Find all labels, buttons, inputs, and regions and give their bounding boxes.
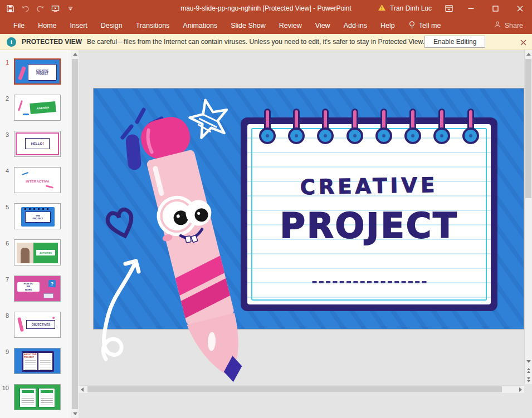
doodle: [23, 114, 29, 115]
slide-thumbnail-8[interactable]: 8 OBJECTIVES: [0, 312, 71, 338]
slide-thumbnail-7[interactable]: 7 HOW DO WE WORK ?: [0, 276, 71, 302]
slide-thumbnail-2[interactable]: 2 AGENDA: [0, 95, 71, 121]
slide-thumbnail-4[interactable]: 4 INTERACTIVA: [0, 167, 71, 193]
notepad-paper: CREATIVE PROJECT: [247, 124, 491, 304]
scroll-up-icon[interactable]: [71, 50, 79, 58]
slide-thumbnail-10[interactable]: 10: [0, 384, 71, 410]
maximize-button[interactable]: [483, 0, 507, 17]
slide-title-line2: PROJECT: [247, 205, 491, 246]
slide-4-preview[interactable]: INTERACTIVA: [14, 167, 61, 193]
share-button[interactable]: Share: [494, 21, 523, 30]
slide-8-preview[interactable]: OBJECTIVES: [14, 312, 61, 338]
scroll-up-icon[interactable]: [525, 50, 532, 58]
mini-title-wrap: HELLO !: [31, 141, 43, 145]
spiral-ring: [288, 109, 305, 145]
slide-number: 4: [0, 167, 9, 193]
mini-rings: [25, 208, 51, 210]
doodle: [22, 172, 28, 175]
mini-title: OBJECTIVES: [31, 323, 50, 326]
tab-add-ins[interactable]: Add-ins: [337, 17, 374, 34]
enable-editing-button[interactable]: Enable Editing: [424, 36, 485, 48]
mini-exclamation: !: [42, 141, 43, 145]
slide-10-preview[interactable]: [14, 384, 61, 410]
slide-2-preview[interactable]: AGENDA: [14, 95, 61, 121]
mini-title: CREATIVE PROJECT: [36, 69, 50, 75]
mini-open-book: ABOUT THE PROJECT: [22, 351, 54, 372]
next-slide-button[interactable]: [525, 376, 532, 384]
tab-animations[interactable]: Animations: [176, 17, 224, 34]
slide-5-preview[interactable]: THE PROJECT: [14, 203, 61, 229]
tell-me-box[interactable]: Tell me: [402, 17, 448, 34]
banner-close-icon[interactable]: [519, 38, 528, 47]
ribbon-display-options-icon[interactable]: [440, 0, 458, 17]
close-button[interactable]: [507, 0, 532, 17]
scroll-down-icon[interactable]: [71, 410, 79, 418]
warning-icon: [378, 4, 386, 13]
tab-review[interactable]: Review: [272, 17, 309, 34]
previous-slide-button[interactable]: [525, 366, 532, 375]
slide-thumbnail-9[interactable]: 9 ABOUT THE PROJECT: [0, 348, 71, 374]
title-bar: mau-9-slide-pp-ngo-nghinh [Protected Vie…: [0, 0, 532, 17]
scrollbar-thumb[interactable]: [72, 59, 78, 409]
tab-home[interactable]: Home: [31, 17, 63, 34]
slide-number: 6: [0, 239, 9, 265]
mini-title-wrap: INTERACTIVA: [14, 178, 60, 184]
thumbnail-scrollbar[interactable]: [71, 50, 79, 418]
tab-design[interactable]: Design: [94, 17, 129, 34]
protected-view-banner: i PROTECTED VIEW Be careful—files from t…: [0, 34, 532, 50]
protected-view-label: PROTECTED VIEW: [22, 38, 82, 46]
slide-thumbnail-5[interactable]: 5 THE PROJECT: [0, 203, 71, 229]
slide-thumbnail-1[interactable]: 1 CREATIVE PROJECT: [0, 58, 71, 85]
scrollbar-thumb[interactable]: [525, 59, 531, 198]
redo-icon[interactable]: [36, 4, 45, 13]
slide-editor[interactable]: CREATIVE PROJECT: [94, 88, 524, 329]
tab-help[interactable]: Help: [374, 17, 402, 34]
spiral-ring: [404, 109, 421, 145]
slide-number: 8: [0, 312, 9, 338]
scroll-down-icon[interactable]: [525, 357, 532, 366]
spiral-ring: [462, 109, 479, 145]
powerpoint-window: mau-9-slide-pp-ngo-nghinh [Protected Vie…: [0, 0, 532, 418]
slide-1-preview[interactable]: CREATIVE PROJECT: [14, 58, 61, 85]
workspace: 1 CREATIVE PROJECT 2 AGENDA 3: [0, 50, 532, 418]
tab-slide-show[interactable]: Slide Show: [224, 17, 272, 34]
mini-title-card: THE PROJECT: [25, 212, 51, 223]
info-icon: i: [7, 37, 16, 47]
tab-transitions[interactable]: Transitions: [129, 17, 177, 34]
slide-thumbnail-3[interactable]: 3 HELLO !: [0, 131, 71, 157]
slide-6-preview[interactable]: ACTIVITIES: [14, 239, 61, 265]
slide-7-preview[interactable]: HOW DO WE WORK ?: [14, 276, 61, 302]
horizontal-scrollbar[interactable]: [79, 385, 524, 393]
start-slideshow-icon[interactable]: [51, 4, 60, 13]
minimize-button[interactable]: [458, 0, 483, 17]
tab-file[interactable]: File: [7, 17, 31, 34]
mini-page: ABOUT THE PROJECT: [23, 353, 37, 370]
tab-view[interactable]: View: [309, 17, 337, 34]
lightbulb-icon: [408, 21, 416, 31]
vertical-scrollbar[interactable]: [524, 50, 532, 384]
notepad-graphic: CREATIVE PROJECT: [241, 117, 497, 311]
spiral-ring: [346, 109, 363, 145]
customize-qat-icon[interactable]: [66, 4, 75, 13]
ring-hole: [346, 127, 363, 144]
mini-title: AGENDA: [36, 106, 50, 110]
slide-thumbnail-6[interactable]: 6 ACTIVITIES: [0, 239, 71, 265]
slide-number: 5: [0, 203, 9, 229]
slide-number: 1: [0, 58, 9, 85]
undo-icon[interactable]: [21, 4, 30, 13]
save-icon[interactable]: [6, 4, 15, 13]
scroll-right-icon[interactable]: [517, 386, 524, 394]
ring-hole: [404, 127, 421, 144]
slide-3-preview[interactable]: HELLO !: [14, 131, 61, 157]
dashed-underline: [312, 281, 426, 283]
scroll-left-icon[interactable]: [79, 386, 86, 394]
slide-number: 2: [0, 95, 9, 121]
mini-agenda-tag: AGENDA: [30, 101, 56, 114]
spiral-ring: [433, 109, 450, 145]
scrollbar-thumb[interactable]: [87, 386, 502, 392]
mini-photo: [17, 243, 33, 263]
tab-insert[interactable]: Insert: [64, 17, 94, 34]
slide-canvas: CREATIVE PROJECT: [79, 50, 524, 418]
slide-9-preview[interactable]: ABOUT THE PROJECT: [14, 348, 61, 374]
account-user[interactable]: Tran Dinh Luc: [370, 0, 440, 17]
